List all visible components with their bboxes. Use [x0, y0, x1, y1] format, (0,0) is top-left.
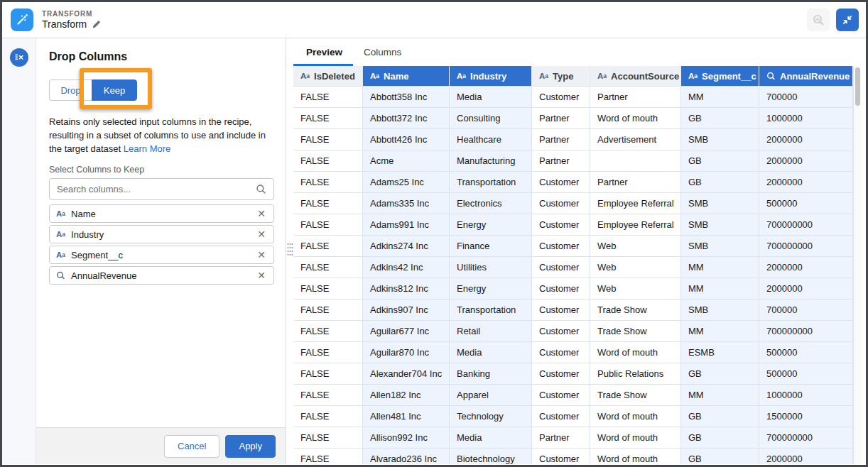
table-cell: Adkins812 Inc	[363, 278, 450, 300]
column-header[interactable]: AaIndustry	[450, 66, 532, 87]
table-cell: Adkins42 Inc	[363, 257, 450, 278]
column-header-label: IsDeleted	[314, 71, 355, 82]
table-cell: 2000000	[759, 278, 853, 300]
resize-drag-handle[interactable]	[287, 243, 293, 260]
table-cell: 500000	[759, 363, 853, 385]
chip-label: Industry	[71, 229, 104, 240]
table-cell: FALSE	[293, 278, 363, 300]
keep-button[interactable]: Keep	[92, 79, 137, 101]
remove-column-button[interactable]: ✕	[256, 269, 267, 282]
table-cell: Retail	[450, 321, 532, 342]
column-header[interactable]: AnnualRevenue	[759, 66, 853, 87]
table-cell: Media	[450, 427, 532, 449]
table-cell: 500000	[759, 193, 853, 214]
table-cell: Adkins907 Inc	[363, 300, 450, 321]
remove-column-button[interactable]: ✕	[256, 248, 267, 261]
table-cell: FALSE	[293, 172, 363, 193]
text-type-icon: Aa	[597, 72, 607, 80]
table-cell: Customer	[532, 278, 590, 300]
table-cell: Allen481 Inc	[363, 406, 450, 427]
collapse-preview-button[interactable]	[836, 9, 859, 31]
table-cell: Abbott372 Inc	[363, 108, 450, 129]
remove-column-button[interactable]: ✕	[256, 228, 267, 241]
table-cell: Abbott358 Inc	[363, 87, 450, 108]
node-type-label: TRANSFORM	[42, 10, 101, 18]
text-type-icon: Aa	[56, 230, 65, 238]
table-cell: Advertisement	[590, 129, 681, 150]
table-cell: Trade Show	[590, 300, 681, 321]
column-header[interactable]: AaName	[363, 66, 450, 87]
table-cell: 700000	[759, 87, 853, 108]
table-cell: Aguilar870 Inc	[363, 342, 450, 363]
table-cell: GB	[681, 172, 759, 193]
table-cell: Customer	[532, 257, 590, 278]
table-cell: GB	[681, 150, 759, 172]
table-cell: SMB	[681, 214, 759, 236]
cancel-button[interactable]: Cancel	[164, 435, 219, 458]
remove-column-button[interactable]: ✕	[256, 207, 267, 220]
tab-preview[interactable]: Preview	[293, 38, 353, 66]
table-row: FALSEAdams335 IncElectronicsCustomerEmpl…	[293, 193, 853, 214]
tab-columns[interactable]: Columns	[353, 38, 412, 66]
table-cell: Trade Show	[590, 385, 681, 406]
table-cell: 700000000	[759, 427, 853, 449]
table-row: FALSEAguilar870 IncMediaCustomerWord of …	[293, 342, 853, 363]
table-cell: 2000000	[759, 129, 853, 150]
chip-label: Segment__c	[71, 250, 123, 260]
drop-columns-node-icon[interactable]	[10, 48, 28, 67]
text-type-icon: Aa	[56, 251, 65, 259]
table-cell: Word of mouth	[590, 406, 681, 427]
table-cell: GB	[681, 406, 759, 427]
table-cell: Customer	[532, 321, 590, 342]
apply-button[interactable]: Apply	[225, 435, 276, 458]
table-cell: MM	[681, 87, 759, 108]
table-cell: Adams335 Inc	[363, 193, 450, 214]
table-cell: FALSE	[293, 108, 363, 129]
table-row: FALSEAdkins274 IncFinanceCustomerWebSMB7…	[293, 236, 853, 257]
table-scrollbar[interactable]	[853, 66, 862, 464]
column-header-label: Name	[384, 71, 408, 82]
table-cell: Web	[590, 236, 681, 257]
main-area: Drop Columns Drop Keep Retains only sele…	[2, 38, 866, 464]
column-header[interactable]: AaAccountSource	[590, 66, 681, 87]
keep-column-chip: AaName✕	[49, 204, 274, 223]
column-header[interactable]: AaIsDeleted	[293, 66, 363, 87]
column-header-label: Type	[553, 71, 573, 82]
table-cell: 2000000	[759, 449, 853, 464]
text-type-icon: Aa	[539, 72, 548, 80]
table-cell: Word of mouth	[590, 449, 681, 464]
node-rail	[2, 38, 36, 464]
table-cell: FALSE	[293, 363, 363, 385]
drop-button[interactable]: Drop	[49, 79, 92, 101]
table-cell: Adams991 Inc	[363, 214, 450, 236]
explore-preview-button[interactable]	[807, 9, 830, 31]
column-header[interactable]: AaType	[532, 66, 590, 87]
learn-more-link[interactable]: Learn More	[124, 143, 170, 154]
panel-footer: Cancel Apply	[36, 427, 286, 464]
table-cell: FALSE	[293, 150, 363, 172]
search-icon[interactable]	[256, 184, 266, 194]
text-type-icon: Aa	[370, 72, 379, 80]
table-cell: SMB	[681, 300, 759, 321]
edit-pencil-icon[interactable]	[92, 20, 101, 29]
table-cell: FALSE	[293, 449, 363, 464]
table-row: FALSEAdkins907 IncTransportationCustomer…	[293, 300, 853, 321]
table-cell: Aguilar677 Inc	[363, 321, 450, 342]
table-cell: 700000	[759, 300, 853, 321]
table-body: FALSEAbbott358 IncMediaCustomerPartnerMM…	[293, 87, 853, 464]
table-cell: Biotechnology	[450, 449, 532, 464]
keep-column-chip: AaIndustry✕	[49, 225, 274, 243]
collapse-arrows-icon	[842, 14, 853, 26]
table-row: FALSEAbbott426 IncHealthcarePartnerAdver…	[293, 129, 853, 150]
table-cell: 2000000	[759, 150, 853, 172]
column-header[interactable]: AaSegment__c	[681, 66, 759, 87]
keep-column-chip: AnnualRevenue✕	[49, 266, 274, 285]
table-row: FALSEAllison992 IncMediaPartnerWord of m…	[293, 427, 853, 449]
scrollbar-thumb[interactable]	[855, 67, 860, 106]
table-cell: Customer	[532, 214, 590, 236]
preview-area: Preview Columns AaIsDeletedAaNameAaIndus…	[293, 38, 866, 464]
table-cell: Allison992 Inc	[363, 427, 450, 449]
table-cell: Energy	[450, 214, 532, 236]
table-cell: GB	[681, 427, 759, 449]
search-columns-input[interactable]	[57, 184, 256, 194]
